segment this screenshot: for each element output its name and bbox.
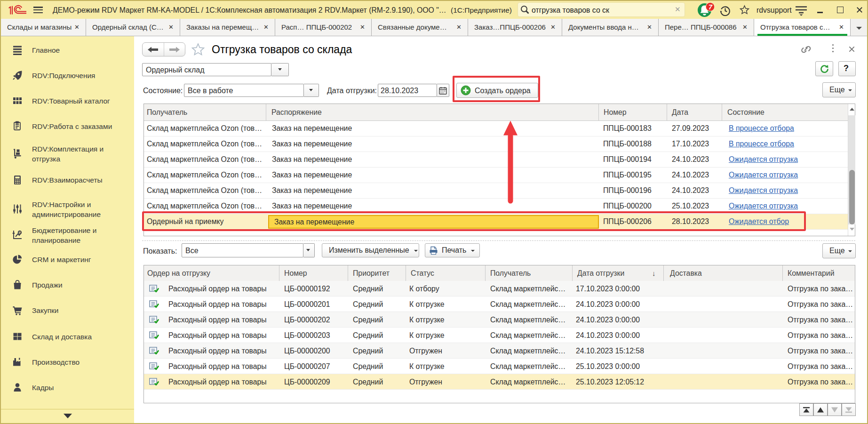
svg-text:₽: ₽ bbox=[19, 231, 21, 235]
svg-text:7: 7 bbox=[709, 3, 713, 11]
